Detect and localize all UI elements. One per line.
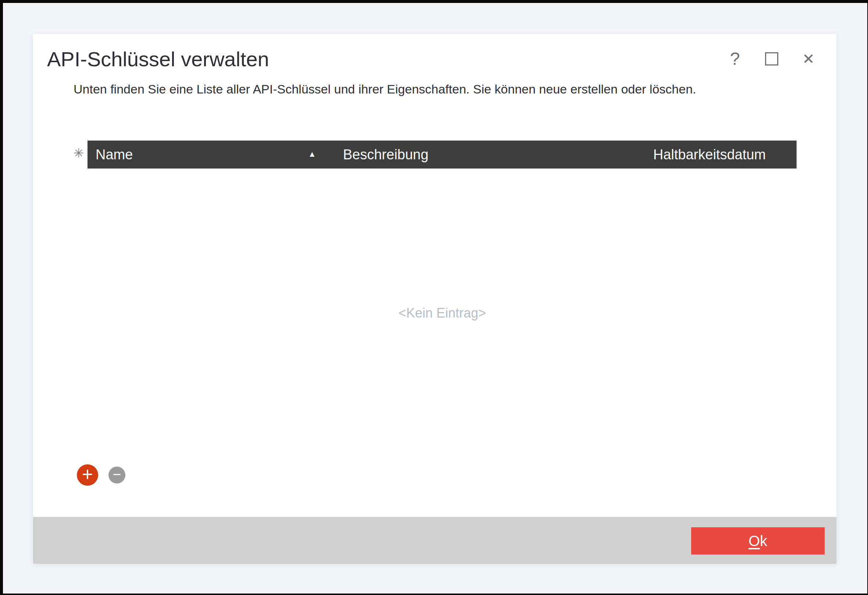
table-empty-state: <Kein Eintrag> — [87, 305, 797, 321]
screenshot-frame: API-Schlüssel verwalten ? ✕ Unten finden… — [0, 0, 868, 595]
dialog-subtitle: Unten finden Sie eine Liste aller API-Sc… — [74, 81, 809, 97]
column-label-beschreibung: Beschreibung — [343, 147, 428, 163]
column-header-beschreibung[interactable]: Beschreibung — [343, 141, 645, 169]
maximize-icon — [765, 52, 778, 65]
column-header-name[interactable]: Name ▲ — [87, 141, 343, 169]
column-label-haltbarkeitsdatum: Haltbarkeitsdatum — [653, 147, 766, 163]
add-button[interactable]: + — [77, 464, 98, 486]
plus-icon: + — [82, 465, 93, 484]
column-header-haltbarkeitsdatum[interactable]: Haltbarkeitsdatum — [645, 141, 796, 169]
close-icon: ✕ — [802, 52, 815, 66]
close-button[interactable]: ✕ — [800, 50, 817, 68]
help-icon: ? — [730, 50, 740, 68]
column-chooser-asterisk-icon[interactable]: ✳ — [71, 146, 86, 160]
ok-label: Ok — [748, 533, 767, 549]
maximize-button[interactable] — [763, 50, 781, 68]
ok-button[interactable]: Ok — [691, 527, 825, 555]
table-header: Name ▲ Beschreibung Haltbarkeitsdatum — [87, 141, 797, 169]
api-keys-dialog: API-Schlüssel verwalten ? ✕ Unten finden… — [33, 34, 836, 564]
column-label-name: Name — [96, 147, 133, 163]
dialog-title: API-Schlüssel verwalten — [47, 47, 269, 71]
desktop-background: API-Schlüssel verwalten ? ✕ Unten finden… — [3, 3, 867, 594]
sort-ascending-icon: ▲ — [308, 149, 316, 159]
remove-button[interactable]: − — [108, 466, 125, 484]
help-button[interactable]: ? — [726, 50, 744, 68]
window-controls: ? ✕ — [726, 50, 817, 68]
minus-icon: − — [112, 467, 121, 482]
dialog-footer: Ok — [33, 517, 836, 564]
